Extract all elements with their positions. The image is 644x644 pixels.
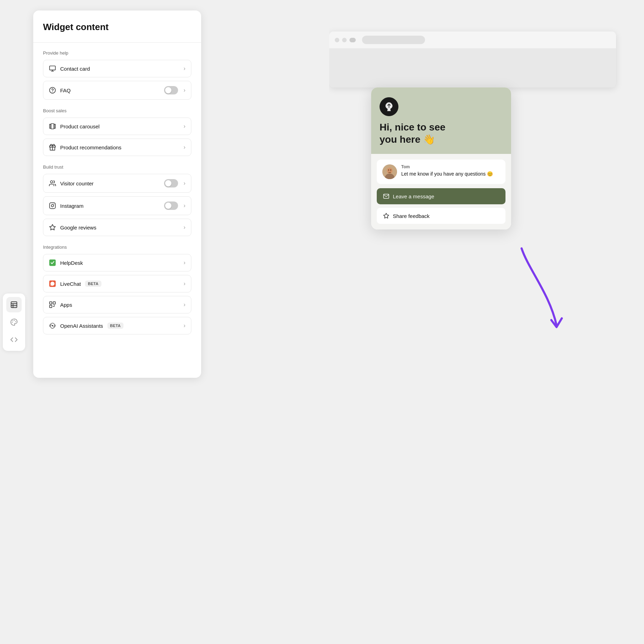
content-icon xyxy=(10,301,18,309)
section-build-trust: Build trust Visitor counter › Instagram xyxy=(43,164,191,236)
sidebar-item-palette[interactable] xyxy=(6,314,22,330)
agent-message: Tom Let me know if you have any question… xyxy=(377,160,505,184)
livechat-icon xyxy=(49,280,56,287)
browser-dot-red xyxy=(335,38,339,42)
menu-item-faq[interactable]: FAQ › xyxy=(43,81,191,100)
openai-icon xyxy=(49,322,56,329)
chevron-icon: › xyxy=(184,224,185,231)
browser-urlbar xyxy=(362,36,425,44)
svg-rect-26 xyxy=(50,305,52,308)
svg-point-32 xyxy=(390,170,391,171)
divider-top xyxy=(33,42,201,43)
chevron-icon: › xyxy=(184,323,185,329)
chat-icon xyxy=(49,65,56,72)
palette-icon xyxy=(10,318,18,326)
leaf-icon xyxy=(384,101,394,112)
svg-point-5 xyxy=(16,321,16,322)
section-label-boost-sales: Boost sales xyxy=(43,108,191,113)
users-icon xyxy=(49,180,56,187)
menu-item-instagram[interactable]: Instagram › xyxy=(43,196,191,215)
left-sidebar xyxy=(0,0,28,644)
menu-item-apps[interactable]: Apps › xyxy=(43,296,191,313)
envelope-icon xyxy=(383,193,389,199)
svg-point-31 xyxy=(388,170,389,171)
instagram-toggle[interactable] xyxy=(164,201,178,210)
svg-rect-25 xyxy=(53,302,56,304)
chevron-icon: › xyxy=(184,180,185,186)
svg-marker-33 xyxy=(384,213,389,218)
code-icon xyxy=(10,336,18,344)
chevron-icon: › xyxy=(184,65,185,72)
openai-assistants-label: OpenAI Assistants xyxy=(60,323,103,329)
preview-panel: Hi, nice to seeyou here 👋 Tom Let xyxy=(329,0,644,644)
chevron-icon: › xyxy=(184,144,185,150)
chevron-icon: › xyxy=(184,302,185,308)
apps-icon xyxy=(49,301,56,308)
instagram-label: Instagram xyxy=(60,203,84,209)
openai-badge: BETA xyxy=(107,323,123,329)
svg-point-27 xyxy=(52,325,53,326)
helpdesk-label: HelpDesk xyxy=(60,260,83,266)
carousel-icon xyxy=(49,123,56,130)
google-reviews-label: Google reviews xyxy=(60,225,96,231)
sidebar-item-content[interactable] xyxy=(6,297,22,312)
star-icon xyxy=(49,224,56,231)
faq-label: FAQ xyxy=(60,87,71,93)
product-carousel-label: Product carousel xyxy=(60,123,100,129)
browser-dot-green xyxy=(349,38,356,42)
section-label-provide-help: Provide help xyxy=(43,50,191,56)
feedback-star-icon xyxy=(383,213,389,219)
menu-item-livechat[interactable]: LiveChat BETA › xyxy=(43,275,191,292)
svg-rect-24 xyxy=(50,302,52,304)
visitor-counter-label: Visitor counter xyxy=(60,181,94,186)
menu-item-helpdesk[interactable]: HelpDesk › xyxy=(43,254,191,271)
contact-card-label: Contact card xyxy=(60,66,90,72)
svg-rect-8 xyxy=(50,66,56,70)
svg-rect-15 xyxy=(54,124,55,128)
chevron-icon: › xyxy=(184,87,185,93)
panel-title: Widget content xyxy=(43,22,191,33)
svg-marker-21 xyxy=(50,225,56,230)
section-label-build-trust: Build trust xyxy=(43,164,191,170)
faq-toggle[interactable] xyxy=(164,86,178,94)
menu-item-openai-assistants[interactable]: OpenAI Assistants BETA › xyxy=(43,317,191,334)
share-feedback-button[interactable]: Share feedback xyxy=(377,208,505,224)
menu-item-contact-card[interactable]: Contact card › xyxy=(43,60,191,77)
gift-icon xyxy=(49,144,56,151)
section-provide-help: Provide help Contact card › FAQ › xyxy=(43,50,191,100)
widget-panel: Widget content Provide help Contact card… xyxy=(33,10,201,378)
livechat-label: LiveChat xyxy=(60,281,81,287)
section-boost-sales: Boost sales Product carousel › Product r… xyxy=(43,108,191,156)
sidebar-item-code[interactable] xyxy=(6,332,22,347)
svg-rect-13 xyxy=(50,124,51,128)
chevron-icon: › xyxy=(184,281,185,287)
faq-icon xyxy=(49,87,56,94)
widget-preview-header: Hi, nice to seeyou here 👋 xyxy=(371,87,511,154)
chevron-icon: › xyxy=(184,203,185,209)
menu-item-product-carousel[interactable]: Product carousel › xyxy=(43,118,191,135)
svg-rect-14 xyxy=(51,124,54,129)
apps-label: Apps xyxy=(60,302,72,308)
menu-item-google-reviews[interactable]: Google reviews › xyxy=(43,219,191,236)
helpdesk-icon xyxy=(49,259,56,266)
menu-item-product-recommendations[interactable]: Product recommendations › xyxy=(43,139,191,156)
svg-point-29 xyxy=(387,168,392,174)
visitor-counter-toggle[interactable] xyxy=(164,179,178,187)
svg-point-7 xyxy=(12,322,13,323)
svg-rect-19 xyxy=(50,203,56,209)
section-label-integrations: Integrations xyxy=(43,245,191,250)
menu-item-visitor-counter[interactable]: Visitor counter › xyxy=(43,174,191,193)
share-feedback-label: Share feedback xyxy=(393,213,430,219)
chevron-icon: › xyxy=(184,123,185,129)
agent-text: Let me know if you have any questions 😊 xyxy=(401,171,500,178)
agent-avatar xyxy=(382,164,397,179)
agent-name: Tom xyxy=(401,164,500,169)
svg-point-4 xyxy=(14,320,15,320)
arrow-annotation xyxy=(501,241,578,332)
leave-message-button[interactable]: Leave a message xyxy=(377,188,505,204)
widget-preview-card: Hi, nice to seeyou here 👋 Tom Let xyxy=(371,87,511,229)
sidebar-icon-group xyxy=(3,293,25,351)
product-recommendations-label: Product recommendations xyxy=(60,144,121,150)
svg-point-18 xyxy=(50,181,53,183)
widget-preview-body: Tom Let me know if you have any question… xyxy=(371,154,511,229)
